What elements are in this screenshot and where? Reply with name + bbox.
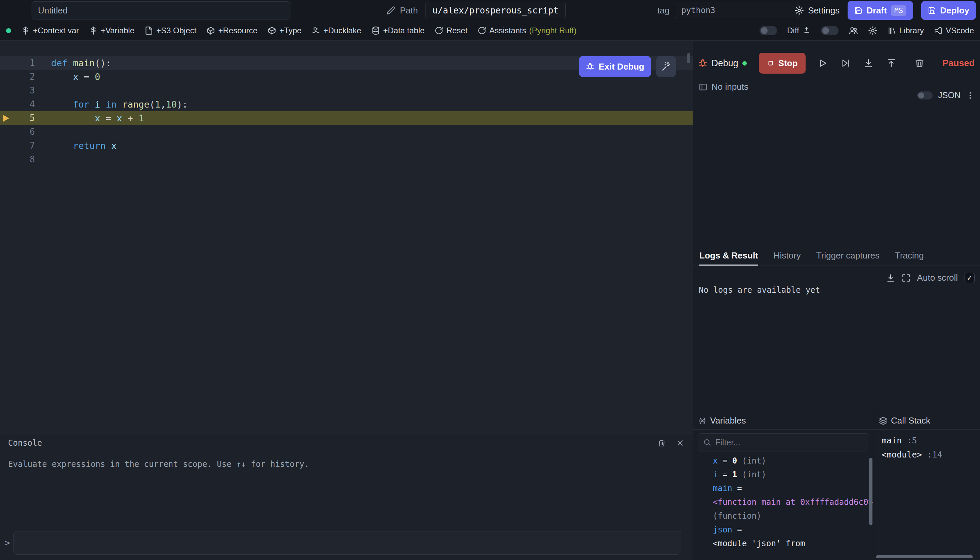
console-close-button[interactable] [676, 439, 685, 447]
line-number[interactable]: 8 [0, 153, 35, 167]
json-toggle[interactable] [917, 92, 933, 100]
add-ducklake-button[interactable]: +Ducklake [311, 26, 361, 35]
line-number[interactable]: 3 [0, 84, 35, 97]
step-into-button[interactable] [859, 54, 877, 72]
editor-toolbar: +Context var +Variable +S3 Object +Resou… [0, 21, 980, 41]
step-out-button[interactable] [882, 54, 900, 72]
draft-shortcut-badge: ⌘S [891, 5, 907, 16]
tag-input[interactable] [675, 2, 799, 19]
expand-logs-button[interactable] [902, 273, 910, 282]
code-text [35, 153, 51, 167]
call-stack-frame[interactable]: <module> :14 [882, 448, 980, 462]
line-number[interactable]: 1 [0, 56, 35, 70]
continue-button[interactable] [814, 54, 832, 72]
editor-scrollbar[interactable] [687, 53, 690, 63]
variable-row[interactable]: (function) [713, 509, 874, 523]
settings-button[interactable]: Settings [794, 5, 840, 16]
add-variable-label: +Variable [101, 26, 135, 35]
script-summary-input[interactable] [32, 1, 291, 20]
code-line[interactable]: 3 [0, 84, 693, 97]
call-stack-panel: Call Stack main :5<module> :14 [874, 412, 980, 560]
exit-debug-button[interactable]: Exit Debug [579, 56, 651, 77]
variables-filter-input[interactable] [715, 438, 864, 447]
call-stack-frame[interactable]: main :5 [882, 433, 980, 448]
debug-current-line-arrow [3, 115, 9, 122]
call-stack-title: Call Stack [891, 415, 930, 426]
add-resource-button[interactable]: +Resource [206, 26, 258, 35]
code-line[interactable]: 6 [0, 125, 693, 139]
variable-row[interactable]: main = [713, 482, 874, 495]
add-context-var-label: +Context var [33, 26, 79, 35]
code-text: def main(): [35, 56, 111, 70]
add-s3-object-label: +S3 Object [156, 26, 196, 35]
diff-button[interactable]: Diff [787, 26, 811, 35]
code-editor[interactable]: 1def main():2 x = 034 for i in range(1,1… [0, 41, 693, 433]
no-logs-message: No logs are available yet [699, 285, 820, 295]
code-text [35, 84, 51, 97]
variable-row[interactable]: <module 'json' from [713, 537, 874, 551]
settings-label: Settings [808, 5, 840, 16]
deploy-label: Deploy [940, 5, 969, 16]
more-options-button[interactable] [966, 91, 975, 100]
tab-logs-result[interactable]: Logs & Result [699, 247, 758, 265]
logs-controls: Auto scroll [886, 273, 975, 283]
ai-wand-button[interactable] [656, 56, 676, 77]
library-button[interactable]: Library [888, 26, 924, 35]
vscode-button[interactable]: VScode [934, 26, 974, 35]
diff-label: Diff [787, 26, 799, 35]
variables-title: Variables [710, 415, 746, 426]
code-line[interactable]: 8 [0, 153, 693, 167]
variables-scrollbar[interactable] [869, 458, 872, 525]
variable-row[interactable]: <function main at 0xffffadadd6c0> [713, 495, 874, 509]
deploy-button[interactable]: Deploy [921, 1, 976, 20]
gear-icon [794, 6, 804, 15]
auto-scroll-checkbox[interactable] [965, 273, 975, 283]
result-tabs: Logs & Result History Trigger captures T… [693, 247, 980, 266]
add-context-var-button[interactable]: +Context var [21, 26, 79, 35]
bug-icon [586, 62, 594, 71]
database-icon [371, 26, 380, 35]
code-line[interactable]: 4 for i in range(1,10): [0, 97, 693, 111]
editor-settings-button[interactable] [868, 26, 877, 35]
line-number[interactable]: 4 [0, 97, 35, 111]
console-header: Console [0, 434, 693, 452]
stop-button[interactable]: Stop [759, 53, 806, 73]
ellipsis-vertical-icon [966, 91, 975, 100]
draft-button[interactable]: Draft ⌘S [848, 1, 913, 20]
code-line[interactable]: 7 return x [0, 139, 693, 153]
assistants-label: Assistants [489, 26, 526, 35]
call-stack-scrollbar[interactable] [876, 555, 973, 558]
multiplayer-users-button[interactable] [849, 26, 858, 35]
pencil-icon[interactable] [386, 6, 395, 15]
multiplayer-toggle[interactable] [821, 26, 839, 35]
add-type-label: +Type [279, 26, 301, 35]
line-number[interactable]: 7 [0, 139, 35, 153]
reset-button[interactable]: Reset [434, 26, 468, 35]
add-variable-button[interactable]: +Variable [89, 26, 135, 35]
console-clear-button[interactable] [658, 439, 666, 447]
path-label: Path [400, 5, 418, 16]
add-type-button[interactable]: +Type [268, 26, 301, 35]
variable-row[interactable]: json = [713, 523, 874, 537]
diff-icon [802, 26, 811, 35]
tab-history[interactable]: History [774, 247, 801, 265]
line-number[interactable]: 6 [0, 125, 35, 139]
download-logs-button[interactable] [886, 273, 895, 282]
script-path[interactable]: u/alex/prosperous_script [426, 2, 566, 19]
diff-mode-toggle[interactable] [760, 26, 777, 35]
console-input[interactable] [13, 531, 681, 555]
variable-row[interactable]: i = 1 (int) [713, 468, 874, 482]
add-ducklake-label: +Ducklake [323, 26, 361, 35]
step-over-button[interactable] [837, 54, 855, 72]
tab-trigger-captures[interactable]: Trigger captures [816, 247, 880, 265]
add-data-table-button[interactable]: +Data table [371, 26, 424, 35]
call-stack-list: main :5<module> :14 [874, 430, 980, 462]
clear-debug-button[interactable] [910, 54, 928, 72]
assistants-button[interactable]: Assistants (Pyright Ruff) [478, 26, 576, 35]
add-s3-object-button[interactable]: +S3 Object [145, 26, 196, 35]
debug-inspector: Variables x = 0 (int)i = 1 (int)main =<f… [693, 412, 980, 560]
variable-row[interactable]: x = 0 (int) [713, 454, 874, 468]
code-line[interactable]: 5 x = x + 1 [0, 111, 693, 125]
tab-tracing[interactable]: Tracing [895, 247, 924, 265]
line-number[interactable]: 2 [0, 70, 35, 84]
